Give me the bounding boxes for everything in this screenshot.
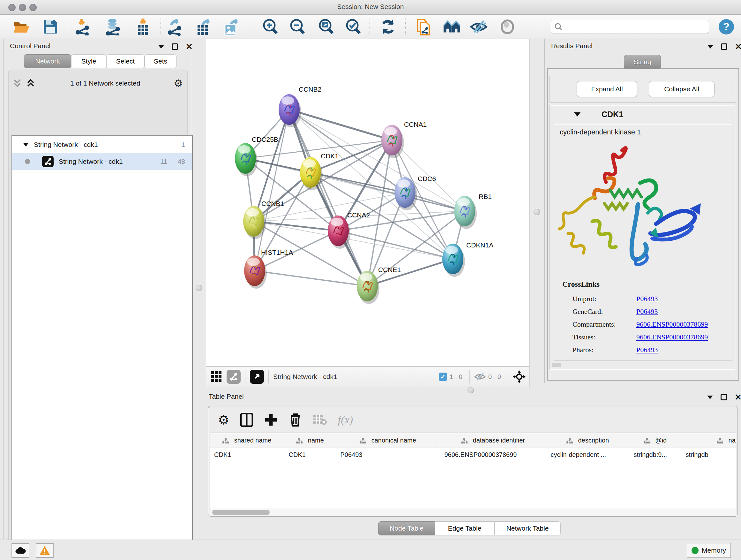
string-view-icon[interactable] [226,370,241,384]
panel-float-icon[interactable] [721,394,727,400]
column-header-shared-name[interactable]: shared name [210,433,284,448]
network-node-ccnb2[interactable]: CCNB2 [279,85,321,127]
memory-button[interactable]: Memory [687,543,731,558]
table-cell[interactable]: CDK1 [284,448,336,462]
table-cell[interactable]: cyclin-dependent ... [546,448,629,462]
column-header-namespace[interactable]: namespace [681,433,736,448]
navigate-crosshair-icon[interactable] [513,370,526,383]
network-node-cdkn1a[interactable]: CDKN1A [442,241,493,277]
panel-float-icon[interactable] [172,44,178,50]
tab-network-table[interactable]: Network Table [494,521,561,536]
panel-close-icon[interactable]: ✕ [735,44,741,50]
table-cell[interactable]: stringdb [681,448,736,462]
panel-menu-icon[interactable] [708,45,713,49]
network-options-gear-icon[interactable]: ⚙ [174,77,183,89]
table-row[interactable]: CDK1CDK1P064939606.ENSP00000378699cyclin… [210,448,736,462]
network-collection-row[interactable]: String Network - cdk1 1 [12,136,192,153]
network-edge[interactable] [289,110,392,140]
zoom-out-button[interactable] [288,18,306,36]
clone-network-button[interactable] [415,18,433,36]
apply-layout-button[interactable] [379,18,397,36]
open-session-button[interactable] [13,18,30,36]
gene-expander-icon[interactable] [574,111,581,117]
save-session-button[interactable] [42,18,59,36]
network-edge[interactable] [311,172,465,211]
network-node-ccne1[interactable]: CCNE1 [357,266,401,304]
table-cell[interactable]: P06493 [336,448,440,462]
expand-all-icon[interactable] [26,78,37,88]
results-hscroll-thumb[interactable] [552,363,561,367]
table-cell[interactable]: 9606.ENSP00000378699 [440,448,546,462]
hide-selected-button[interactable] [470,18,488,36]
zoom-selected-button[interactable] [344,18,362,36]
first-neighbors-button[interactable] [443,18,461,36]
column-header-description[interactable]: description [546,433,629,448]
panel-close-icon[interactable]: ✕ [186,44,193,50]
panel-menu-icon[interactable] [707,395,713,399]
collection-expander-icon[interactable] [22,142,29,147]
network-row[interactable]: String Network - cdk1 11 48 [12,153,192,170]
expand-all-button[interactable]: Expand All [577,81,637,97]
warning-status-button[interactable] [36,543,54,558]
table-cell[interactable]: stringdb:9... [629,448,681,462]
splitter-handle[interactable] [196,285,202,291]
network-node-hist1h1a[interactable]: HIST1H1A [244,249,293,289]
zoom-fit-button[interactable] [317,18,335,36]
help-button[interactable]: ? [718,18,735,36]
column-header-database-identifier[interactable]: database identifier [440,433,546,448]
tab-string[interactable]: String [624,55,661,69]
network-edge[interactable] [289,110,367,286]
collapse-all-icon[interactable] [12,78,23,88]
search-input[interactable] [562,23,703,30]
delete-column-trash-icon[interactable] [289,413,301,427]
show-all-button[interactable] [498,18,516,36]
table-cell[interactable]: CDK1 [210,448,284,462]
tab-sets[interactable]: Sets [145,54,177,68]
tab-style[interactable]: Style [71,54,106,68]
zoom-in-button[interactable] [261,18,279,36]
crosslink-link[interactable]: 9606.ENSP00000378699 [636,333,708,341]
cloud-status-button[interactable] [11,543,29,558]
crosslink-link[interactable]: P06493 [636,307,658,316]
export-table-button[interactable] [195,18,213,36]
network-graph[interactable]: CCNB2CCNA1CDC25BCDK1CDC6RB1CCNB1CCNA2CDK… [206,39,530,367]
tab-node-table[interactable]: Node Table [378,521,435,536]
crosslink-link[interactable]: P06493 [636,346,658,354]
network-edge[interactable] [255,110,289,271]
detach-view-icon[interactable] [250,370,264,384]
add-column-icon[interactable] [264,413,278,427]
network-node-cdc25b[interactable]: CDC25B [235,136,278,176]
panel-menu-icon[interactable] [158,45,164,49]
tab-select[interactable]: Select [106,54,145,68]
crosslink-link[interactable]: P06493 [636,295,658,303]
table-settings-gear-icon[interactable]: ⚙ [218,413,229,427]
export-network-button[interactable] [166,18,184,36]
import-network-file-button[interactable] [74,18,92,36]
network-node-ccnb1[interactable]: CCNB1 [243,200,284,239]
import-table-button[interactable] [134,18,152,36]
tab-network[interactable]: Network [24,54,71,68]
grid-view-icon[interactable] [211,371,222,382]
hidden-eye-icon[interactable] [474,372,486,381]
export-image-button[interactable] [223,18,241,36]
tab-edge-table[interactable]: Edge Table [435,521,494,536]
panel-close-icon[interactable]: ✕ [735,394,741,400]
network-node-cdc6[interactable]: CDC6 [394,175,436,210]
table-hscrollbar[interactable] [210,509,736,516]
network-node-rb1[interactable]: RB1 [454,193,492,229]
selected-checkbox-icon[interactable]: ✓ [439,373,447,381]
column-header-canonical-name[interactable]: canonical name [336,433,440,448]
collapse-all-button[interactable]: Collapse All [649,81,715,97]
panel-float-icon[interactable] [721,44,727,50]
splitter-handle[interactable] [534,209,540,215]
column-header--id[interactable]: @id [629,433,681,448]
network-edge[interactable] [255,271,367,286]
function-builder-button[interactable]: f(x) [338,414,353,426]
crosslink-link[interactable]: 9606.ENSP00000378699 [636,320,708,328]
table-hscroll-thumb[interactable] [212,510,270,515]
show-columns-icon[interactable] [240,413,253,427]
import-network-database-button[interactable] [104,18,122,36]
column-header-name[interactable]: name [284,433,336,448]
delete-table-icon[interactable] [313,414,327,426]
network-canvas[interactable]: CCNB2CCNA1CDC25BCDK1CDC6RB1CCNB1CCNA2CDK… [206,39,530,367]
